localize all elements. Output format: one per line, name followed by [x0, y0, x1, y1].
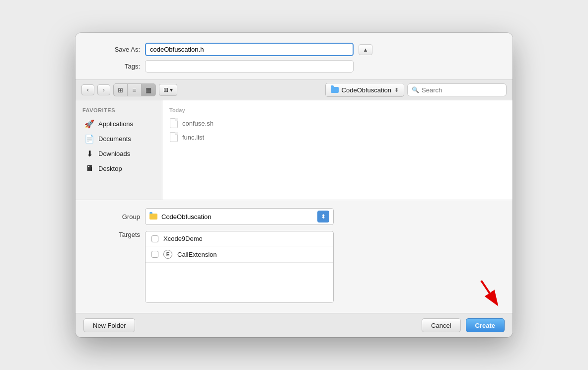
cancel-button[interactable]: Cancel — [422, 318, 460, 332]
file-name: func.list — [182, 134, 204, 141]
back-button[interactable]: ‹ — [81, 84, 94, 95]
applications-icon: 🚀 — [84, 119, 94, 129]
create-button[interactable]: Create — [466, 318, 505, 332]
group-folder-icon — [149, 214, 157, 220]
grid-icon: ⊞ — [118, 86, 123, 94]
action-buttons: Cancel Create — [422, 318, 505, 332]
sidebar: Favorites 🚀 Applications 📄 Documents ⬇ D… — [75, 100, 162, 200]
desktop-icon: 🖥 — [84, 163, 94, 173]
bottom-bar: New Folder Cancel Create — [75, 313, 513, 337]
save-as-input[interactable] — [145, 43, 354, 56]
icon-view-button[interactable]: ⊞ — [114, 84, 128, 96]
desktop-label: Desktop — [98, 165, 122, 172]
tags-label: Tags: — [105, 63, 140, 70]
list-icon: ≡ — [133, 86, 137, 94]
search-icon: 🔍 — [412, 86, 419, 93]
folder-dropdown[interactable]: CodeObfuscation ⬍ — [325, 83, 404, 97]
new-folder-button[interactable]: New Folder — [83, 318, 135, 332]
group-value: CodeObfuscation — [161, 213, 211, 221]
sidebar-item-applications[interactable]: 🚀 Applications — [77, 116, 160, 131]
target-item-callextension[interactable]: E CallExtension — [146, 246, 333, 263]
favorites-label: Favorites — [75, 106, 162, 116]
create-label: Create — [475, 322, 495, 329]
documents-icon: 📄 — [84, 134, 94, 144]
search-input[interactable] — [422, 86, 491, 94]
expand-button[interactable]: ▲ — [359, 44, 372, 55]
forward-button[interactable]: › — [97, 84, 110, 95]
search-box[interactable]: 🔍 — [407, 83, 507, 96]
columns-icon: ▦ — [146, 86, 151, 94]
main-content: Favorites 🚀 Applications 📄 Documents ⬇ D… — [75, 100, 513, 200]
downloads-label: Downloads — [98, 150, 130, 157]
arrange-button[interactable]: ⊞ ▾ — [159, 84, 177, 96]
sidebar-item-downloads[interactable]: ⬇ Downloads — [77, 146, 160, 161]
folder-updown-icon: ⬍ — [394, 87, 399, 93]
current-folder-name: CodeObfuscation — [342, 86, 391, 94]
target-item-xcode9demo[interactable]: Xcode9Demo — [146, 231, 333, 246]
arrange-chevron: ▾ — [170, 86, 173, 93]
target-label-xcode9demo: Xcode9Demo — [163, 235, 203, 242]
documents-label: Documents — [98, 135, 131, 143]
sidebar-item-desktop[interactable]: 🖥 Desktop — [77, 161, 160, 176]
list-item[interactable]: func.list — [162, 130, 513, 144]
list-view-button[interactable]: ≡ — [128, 84, 142, 96]
target-label-callextension: CallExtension — [177, 251, 217, 258]
updown-icon: ⬍ — [321, 213, 326, 220]
sidebar-item-documents[interactable]: 📄 Documents — [77, 131, 160, 146]
list-item[interactable]: confuse.sh — [162, 116, 513, 130]
forward-icon: › — [103, 86, 105, 93]
extension-icon: E — [163, 250, 172, 259]
file-icon — [169, 118, 178, 128]
chevron-up-icon: ▲ — [363, 47, 368, 53]
target-checkbox-callextension[interactable] — [151, 251, 158, 258]
back-icon: ‹ — [87, 86, 89, 93]
group-select[interactable]: CodeObfuscation ⬍ — [145, 208, 334, 225]
folder-icon — [331, 87, 339, 93]
tags-input[interactable] — [145, 60, 354, 73]
column-view-button[interactable]: ▦ — [142, 84, 155, 96]
save-as-label: Save As: — [105, 46, 140, 53]
target-checkbox-xcode9demo[interactable] — [151, 235, 158, 242]
targets-label: Targets — [105, 231, 140, 238]
applications-label: Applications — [98, 120, 133, 128]
group-label: Group — [105, 213, 140, 221]
group-select-arrow: ⬍ — [317, 211, 329, 222]
file-panel: Today confuse.sh func.list — [162, 100, 513, 200]
file-icon — [169, 132, 178, 142]
toolbar: ‹ › ⊞ ≡ ▦ ⊞ ▾ CodeO — [75, 79, 513, 100]
file-name: confuse.sh — [182, 120, 214, 127]
bottom-section: Group CodeObfuscation ⬍ Targets Xcode9De… — [75, 200, 513, 313]
new-folder-label: New Folder — [93, 322, 126, 329]
today-label: Today — [162, 105, 513, 116]
view-switcher: ⊞ ≡ ▦ — [113, 83, 156, 96]
downloads-icon: ⬇ — [84, 148, 94, 158]
arrange-icon: ⊞ — [163, 86, 168, 93]
cancel-label: Cancel — [431, 322, 451, 329]
targets-list: Xcode9Demo E CallExtension — [145, 231, 334, 303]
